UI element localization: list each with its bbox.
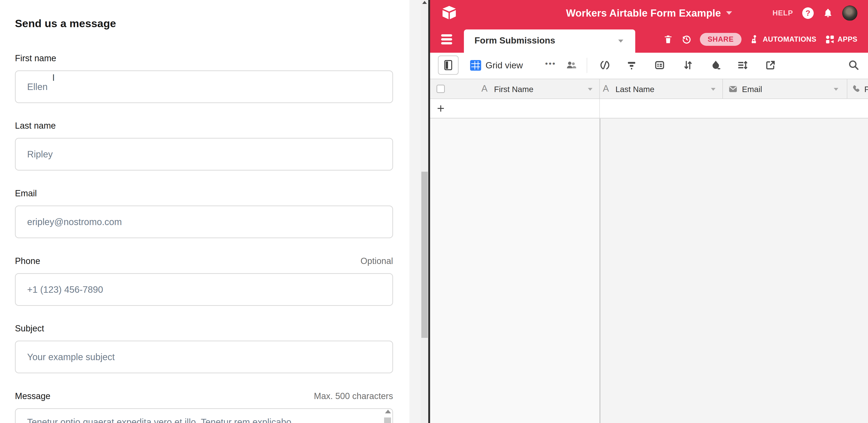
contact-form-pane: Send us a message First name I Last name… xyxy=(0,0,409,423)
form-heading: Send us a message xyxy=(15,17,116,30)
subject-label: Subject xyxy=(15,324,44,333)
column-header-last-name[interactable]: Last Name xyxy=(616,85,654,94)
automations-icon xyxy=(750,34,760,44)
subject-input[interactable] xyxy=(15,341,393,373)
add-row-plus-icon[interactable]: + xyxy=(437,101,444,116)
view-options-dots-button[interactable]: ••• xyxy=(545,59,556,68)
message-textarea[interactable]: Tenetur optio quaerat expedita vero et i… xyxy=(15,408,393,423)
first-name-label: First name xyxy=(15,53,56,63)
chevron-down-icon[interactable] xyxy=(618,39,623,42)
hamburger-menu-icon[interactable] xyxy=(440,33,453,46)
text-field-icon: A xyxy=(603,83,609,94)
frozen-column-area xyxy=(430,119,599,423)
chevron-down-icon[interactable] xyxy=(588,88,592,91)
airtable-header: Workers Airtable Form Example HELP ? xyxy=(430,0,868,26)
page-gutter xyxy=(409,0,421,423)
apps-button[interactable]: APPS xyxy=(825,34,858,44)
automations-button[interactable]: AUTOMATIONS xyxy=(750,34,816,44)
chevron-down-icon[interactable] xyxy=(726,11,732,15)
ibeam-cursor: I xyxy=(52,73,54,82)
last-name-label: Last name xyxy=(15,121,56,131)
toolbar-divider xyxy=(587,58,587,73)
color-icon[interactable] xyxy=(710,60,721,71)
collaborators-icon[interactable] xyxy=(566,60,577,71)
chevron-down-icon[interactable] xyxy=(711,88,715,91)
base-title[interactable]: Workers Airtable Form Example xyxy=(566,7,721,19)
window-divider xyxy=(428,0,430,423)
hide-fields-icon[interactable] xyxy=(599,60,611,71)
group-icon[interactable] xyxy=(654,60,665,71)
table-tab-bar: Form Submissions SHARE AUTOMATIONS xyxy=(430,26,868,53)
sidebar-toggle-icon xyxy=(444,60,452,70)
phone-label: Phone xyxy=(15,256,40,266)
view-toolbar: Grid view ••• xyxy=(430,53,868,79)
column-header-first-name[interactable]: First Name xyxy=(494,85,533,94)
first-name-input[interactable] xyxy=(15,70,393,103)
email-field-icon xyxy=(728,84,738,94)
phone-optional-note: Optional xyxy=(361,256,393,266)
filter-icon[interactable] xyxy=(626,60,637,71)
scrollbar-up-arrow-icon[interactable] xyxy=(422,1,427,4)
email-label: Email xyxy=(15,188,37,199)
automations-label: AUTOMATIONS xyxy=(763,35,816,43)
bell-icon[interactable] xyxy=(823,8,833,18)
column-header-row: A First Name A Last Name Email P xyxy=(430,79,868,99)
apps-label: APPS xyxy=(838,35,858,43)
message-label: Message xyxy=(15,391,50,401)
view-name[interactable]: Grid view xyxy=(486,60,523,70)
textarea-scroll-thumb[interactable] xyxy=(384,418,391,423)
help-button[interactable]: HELP xyxy=(773,9,793,17)
message-maxchars-note: Max. 500 characters xyxy=(314,391,393,401)
column-header-phone[interactable]: P xyxy=(864,85,868,94)
chevron-down-icon[interactable] xyxy=(834,88,838,91)
airtable-pane: Workers Airtable Form Example HELP ? For… xyxy=(430,0,868,423)
column-header-email[interactable]: Email xyxy=(742,85,762,94)
column-divider xyxy=(599,99,600,118)
select-all-checkbox[interactable] xyxy=(437,85,445,93)
email-input[interactable] xyxy=(15,206,393,238)
frozen-column-divider[interactable] xyxy=(599,119,600,423)
text-field-icon: A xyxy=(482,83,488,94)
avatar[interactable] xyxy=(842,5,858,21)
view-sidebar-toggle-button[interactable] xyxy=(438,56,459,75)
sort-icon[interactable] xyxy=(682,60,693,71)
browser-scrollbar[interactable] xyxy=(421,0,428,423)
table-tab-label: Form Submissions xyxy=(474,35,555,46)
textarea-scrollbar[interactable] xyxy=(384,410,392,423)
phone-input[interactable] xyxy=(15,273,393,306)
share-view-icon[interactable] xyxy=(765,60,776,71)
phone-field-icon xyxy=(851,84,861,94)
scrollbar-thumb[interactable] xyxy=(421,172,428,338)
grid-view-icon xyxy=(470,60,481,71)
last-name-input[interactable] xyxy=(15,138,393,171)
table-tab-form-submissions[interactable]: Form Submissions xyxy=(464,29,635,53)
grid-canvas xyxy=(430,119,868,423)
row-height-icon[interactable] xyxy=(737,60,748,71)
apps-icon xyxy=(825,34,835,44)
scroll-up-arrow-icon[interactable] xyxy=(385,410,391,413)
trash-icon[interactable] xyxy=(663,34,673,44)
share-button[interactable]: SHARE xyxy=(700,33,742,46)
history-icon[interactable] xyxy=(681,34,691,44)
search-icon[interactable] xyxy=(848,59,859,71)
help-circle-icon[interactable]: ? xyxy=(802,7,814,19)
add-row-strip[interactable]: + xyxy=(430,99,868,119)
